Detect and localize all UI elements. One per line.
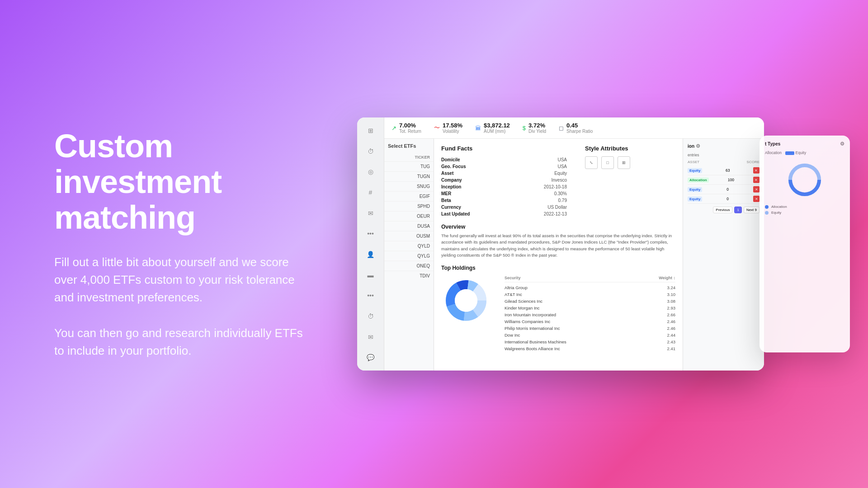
holdings-table: Security Weight ↕ Altria Group 3.24 AT&T… [505, 276, 675, 352]
fact-currency: Currency US Dollar [441, 204, 567, 211]
remove-btn-0[interactable]: ✕ [753, 167, 760, 174]
score-value-0: 63 [726, 168, 730, 173]
asset-badge-2: Equity [688, 187, 702, 192]
legend-label-allocation: Allocation [771, 205, 787, 209]
sidebar-icon-dots1: ••• [364, 228, 377, 239]
volatility-value: 17.58% [443, 122, 462, 129]
etf-row-sphd[interactable]: SPHD [384, 201, 434, 211]
etf-col-header: TICKER [384, 153, 434, 161]
sidebar-icon-mail2[interactable]: ✉ [364, 331, 377, 343]
return-icon: ↗ [392, 125, 396, 131]
fact-inception: Inception 2012-10-18 [441, 183, 567, 190]
gear-icon[interactable]: ⚙ [696, 143, 700, 149]
asset-badge-0: Equity [688, 168, 702, 173]
aum-icon: 🏛 [475, 125, 481, 131]
etf-row-ousm[interactable]: OUSM [384, 231, 434, 241]
secondary-title: t Types ⚙ [765, 141, 844, 147]
sharpe-label: Sharpe Ratio [566, 129, 593, 134]
prev-btn[interactable]: Previous [713, 206, 732, 213]
holding-row-0: Altria Group 3.24 [505, 284, 675, 291]
stats-bar: ↗ 7.00% Tot. Return 〜 17.58% Volatility [384, 117, 764, 139]
sidebar-icon-grid[interactable]: ⊞ [364, 125, 377, 136]
main-content-area: ↗ 7.00% Tot. Return 〜 17.58% Volatility [384, 117, 764, 371]
main-heading: Custom investment matching [54, 128, 307, 236]
style-attributes-title: Style Attributes [585, 145, 675, 152]
remove-btn-1[interactable]: ✕ [753, 177, 760, 183]
etf-row-oneq[interactable]: ONEQ [384, 261, 434, 271]
etf-row-tug[interactable]: TUG [384, 161, 434, 171]
remove-btn-2[interactable]: ✕ [753, 186, 760, 192]
description-2: You can then go and research individuall… [54, 324, 307, 360]
secondary-gear-icon[interactable]: ⚙ [840, 141, 844, 147]
secondary-donut-chart [784, 160, 825, 200]
style-box-2: □ [601, 156, 614, 169]
filter-label: entries [688, 153, 760, 157]
fact-beta: Beta 0.79 [441, 197, 567, 204]
etf-list-panel: Select ETFs TICKER TUG TUGN SNUG EGIF SP… [384, 139, 434, 371]
holdings-area: Security Weight ↕ Altria Group 3.24 AT&T… [441, 276, 675, 352]
sidebar-icon-chat[interactable]: 💬 [364, 352, 377, 363]
etf-row-tdiv[interactable]: TDIV [384, 271, 434, 281]
legend-label-equity: Equity [771, 211, 781, 215]
etf-row-oeur[interactable]: OEUR [384, 211, 434, 221]
page-wrapper: Custom investment matching Fill out a li… [0, 0, 868, 488]
aum-value: $3,872.12 [484, 122, 510, 129]
etf-row-dusa[interactable]: DUSA [384, 221, 434, 231]
remove-btn-3[interactable]: ✕ [753, 196, 760, 202]
stat-aum: 🏛 $3,872.12 AUM (mm) [475, 122, 510, 134]
sidebar-icon-clock2[interactable]: ⏱ [364, 310, 377, 322]
div-value: 3.72% [528, 122, 546, 129]
holding-row-4: Iron Mountain Incorporated 2.66 [505, 311, 675, 318]
weight-header: Weight ↕ [659, 276, 675, 280]
volatility-icon: 〜 [434, 124, 440, 132]
volatility-label: Volatility [443, 129, 462, 134]
sidebar-icon-clock[interactable]: ⏱ [364, 145, 377, 157]
fact-company: Company Invesco [441, 177, 567, 183]
right-content: ⊞ ⏱ ◎ # ✉ ••• 👤 ▬ ••• ⏱ ✉ 💬 ↗ [307, 117, 814, 371]
overview-title: Overview [441, 224, 675, 230]
aum-label: AUM (mm) [484, 129, 510, 134]
sidebar-icon-hash[interactable]: # [364, 187, 377, 198]
svg-point-12 [792, 167, 817, 192]
next-btn[interactable]: Next 9 [744, 206, 760, 213]
holding-row-7: Dow Inc 2.44 [505, 332, 675, 338]
etf-row-qylg[interactable]: QYLG [384, 251, 434, 261]
legend-dot-allocation [765, 205, 769, 209]
content-area: Select ETFs TICKER TUG TUGN SNUG EGIF SP… [384, 139, 764, 371]
sidebar-icon-card[interactable]: ▬ [364, 269, 377, 281]
fund-facts-title: Fund Facts [441, 145, 567, 152]
div-icon: $ [523, 125, 526, 131]
etf-row-egif[interactable]: EGIF [384, 191, 434, 201]
style-attributes-col: Style Attributes ⤡ □ ⊞ [585, 145, 675, 217]
etf-row-snug[interactable]: SNUG [384, 181, 434, 191]
sharpe-value: 0.45 [566, 122, 593, 129]
div-label: Div Yield [528, 129, 546, 134]
right-panel: ion ⚙ entries ASSET SCORE Equity 63 [683, 139, 764, 371]
sidebar-icon-user[interactable]: 👤 [364, 249, 377, 260]
fact-last-updated: Last Updated 2022-12-13 [441, 211, 567, 217]
etf-row-qyld[interactable]: QYLD [384, 241, 434, 251]
style-box-1: ⤡ [585, 156, 598, 169]
fund-details-panel: Fund Facts Domicile USA Geo. Focus USA [434, 139, 683, 371]
secondary-panel: t Types ⚙ Allocation Equity [760, 136, 850, 220]
legend-item-equity: Equity [765, 211, 844, 215]
donut-chart [441, 276, 495, 330]
svg-point-8 [455, 289, 477, 312]
sidebar-icon-target[interactable]: ◎ [364, 166, 377, 178]
score-row-2: Equity 0 ✕ [688, 185, 760, 194]
legend-item-allocation: Allocation [765, 205, 844, 209]
page-1-btn[interactable]: 1 [734, 206, 741, 213]
etf-row-tugn[interactable]: TUGN [384, 171, 434, 181]
style-box-3: ⊞ [618, 156, 630, 169]
fact-geo-focus: Geo. Focus USA [441, 163, 567, 170]
score-value-1: 100 [728, 178, 734, 182]
holding-row-5: Williams Companies Inc 2.46 [505, 318, 675, 325]
legend-dot-equity [765, 211, 769, 215]
score-value-3: 0 [726, 197, 729, 201]
asset-col-header: ASSET [688, 160, 699, 164]
secondary-filter-label: Allocation Equity [765, 150, 844, 155]
holding-row-6: Philip Morris International Inc 2.46 [505, 325, 675, 332]
main-ui-card: ⊞ ⏱ ◎ # ✉ ••• 👤 ▬ ••• ⏱ ✉ 💬 ↗ [357, 117, 764, 371]
score-value-2: 0 [726, 187, 729, 192]
sidebar-icon-mail[interactable]: ✉ [364, 207, 377, 219]
